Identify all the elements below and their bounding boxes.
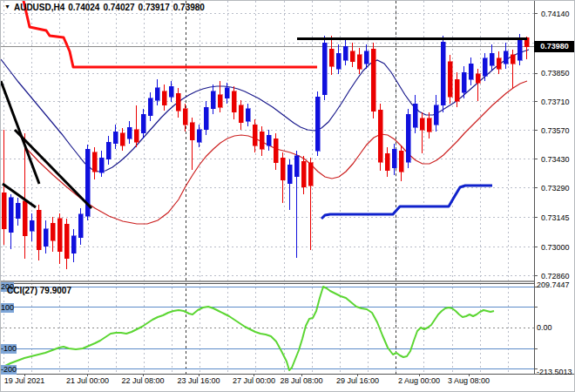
cci-level-chip: -100 bbox=[1, 344, 17, 354]
time-axis-label: 2 Aug 00:00 bbox=[398, 376, 440, 386]
price-axis-label: 0.73570 bbox=[541, 126, 570, 136]
current-price-box: 0.73980 bbox=[534, 41, 575, 52]
time-axis-label: 29 Jul 16:00 bbox=[336, 376, 379, 386]
price-axis-label: 0.73000 bbox=[541, 243, 570, 253]
time-axis-label: 28 Jul 08:00 bbox=[280, 376, 322, 386]
indicator-name: CCI(27) bbox=[7, 286, 37, 295]
time-axis-label: 19 Jul 2021 bbox=[4, 376, 45, 386]
time-axis-label: 3 Aug 08:00 bbox=[448, 376, 490, 386]
open-value: 0.74024 bbox=[68, 3, 99, 12]
chart-title: ▼ AUDUSD,H4 0.74024 0.74027 0.73917 0.73… bbox=[4, 3, 205, 12]
chart-window: ▼ AUDUSD,H4 0.74024 0.74027 0.73917 0.73… bbox=[0, 0, 575, 392]
panel-separator[interactable] bbox=[1, 280, 534, 282]
chart-dropdown-icon[interactable]: ▼ bbox=[4, 3, 10, 10]
time-axis-label: 23 Jul 16:00 bbox=[177, 376, 220, 386]
indicator-value: 79.9007 bbox=[40, 286, 71, 295]
chart-canvas[interactable] bbox=[1, 1, 575, 392]
price-axis-label: 0.73145 bbox=[541, 213, 570, 223]
low-value: 0.73917 bbox=[139, 3, 170, 12]
time-axis-label: 22 Jul 08:00 bbox=[121, 376, 164, 386]
price-axis-label: 0.73710 bbox=[541, 98, 570, 107]
high-value: 0.74027 bbox=[103, 3, 134, 12]
price-axis-label: 0.73430 bbox=[541, 155, 570, 165]
cci-level-chip: -200 bbox=[1, 365, 17, 375]
indicator-label: CCI(27) 79.9007 bbox=[7, 286, 71, 295]
price-axis-label: 0.73850 bbox=[541, 69, 570, 78]
time-axis-label: 27 Jul 00:00 bbox=[233, 376, 275, 386]
cci-scale-label: 0.00 bbox=[537, 323, 552, 333]
close-value: 0.73980 bbox=[173, 3, 205, 12]
cci-level-chip: 100 bbox=[1, 303, 14, 313]
price-axis-label: 0.73290 bbox=[541, 184, 570, 193]
symbol-period-label: AUDUSD,H4 bbox=[14, 3, 64, 12]
cci-scale-label: 209.7447 bbox=[537, 280, 570, 290]
cci-scale-label: -213.5013 bbox=[537, 368, 572, 377]
price-axis-label: 0.74140 bbox=[541, 10, 570, 19]
time-axis-label: 21 Jul 00:00 bbox=[66, 376, 109, 386]
